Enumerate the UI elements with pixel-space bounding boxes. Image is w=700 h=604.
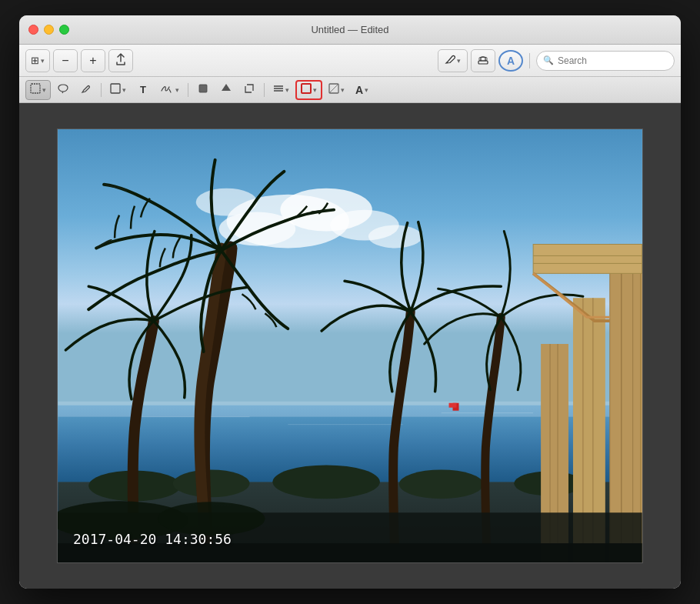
lasso-tool-button[interactable] xyxy=(52,80,74,100)
svg-point-15 xyxy=(219,212,296,246)
ann-sep-2 xyxy=(188,83,188,97)
main-window: Untitled — Edited ⊞ ▾ − + xyxy=(19,15,681,589)
shape-chevron-icon: ▾ xyxy=(122,86,126,94)
shape-tool-button[interactable]: ▾ xyxy=(105,80,131,100)
sig-chevron-icon: ▾ xyxy=(175,86,179,94)
stamp-icon xyxy=(477,53,489,68)
signature-icon xyxy=(160,83,174,96)
fill-rect-icon xyxy=(198,83,208,96)
stamp-button[interactable] xyxy=(471,49,495,72)
svg-point-27 xyxy=(272,465,380,499)
svg-point-28 xyxy=(399,469,484,499)
zoom-out-icon: − xyxy=(62,54,68,68)
share-icon xyxy=(115,53,126,68)
align-icon xyxy=(273,83,284,96)
svg-line-11 xyxy=(329,84,338,93)
fill-rect-button[interactable] xyxy=(192,80,214,100)
svg-marker-5 xyxy=(222,84,231,91)
text-icon: T xyxy=(140,84,146,95)
view-chevron-icon: ▾ xyxy=(41,57,45,65)
minimize-button[interactable] xyxy=(44,25,54,35)
svg-rect-0 xyxy=(478,61,488,64)
crop-button[interactable] xyxy=(238,80,260,100)
sketch-tool-button[interactable] xyxy=(75,80,97,100)
pixelate-icon xyxy=(221,83,232,96)
align-button[interactable]: ▾ xyxy=(268,80,294,100)
fill-style-button[interactable]: ▾ xyxy=(324,80,349,100)
image-container: 2017-04-20 14:30:56 xyxy=(57,128,643,563)
ann-sep-3 xyxy=(264,83,265,97)
zoom-in-button[interactable]: + xyxy=(81,49,105,72)
svg-rect-9 xyxy=(302,84,311,93)
view-button[interactable]: ⊞ ▾ xyxy=(25,49,50,72)
svg-rect-43 xyxy=(533,244,642,273)
svg-point-17 xyxy=(368,225,422,249)
text-tool-button[interactable]: T xyxy=(132,80,154,100)
window-title: Untitled — Edited xyxy=(311,24,388,35)
font-button[interactable]: A ▾ xyxy=(351,80,373,100)
search-box[interactable]: 🔍 xyxy=(536,51,675,71)
fill-style-icon xyxy=(328,83,339,96)
selection-tool-button[interactable]: ▾ xyxy=(25,80,51,100)
annotation-toolbar: ▾ ▾ xyxy=(19,77,681,103)
ann-sep-1 xyxy=(101,83,102,97)
search-icon: 🔍 xyxy=(543,55,554,65)
content-area: 2017-04-20 14:30:56 xyxy=(19,103,681,589)
svg-rect-4 xyxy=(199,85,207,92)
fill-chevron-icon: ▾ xyxy=(341,86,345,94)
font-icon: A xyxy=(355,84,363,96)
pen-tool-button[interactable]: ▾ xyxy=(438,49,468,72)
view-icon: ⊞ xyxy=(31,55,39,66)
traffic-lights xyxy=(28,25,69,35)
search-input[interactable] xyxy=(558,55,668,66)
selection-chevron-icon: ▾ xyxy=(42,86,46,94)
svg-rect-2 xyxy=(31,84,40,93)
share-button[interactable] xyxy=(108,49,133,72)
svg-rect-3 xyxy=(111,84,120,93)
pen-icon xyxy=(445,54,455,67)
font-chevron-icon: ▾ xyxy=(365,86,368,94)
toolbar-separator xyxy=(529,53,530,68)
border-color-button[interactable]: ▾ xyxy=(295,80,322,100)
close-button[interactable] xyxy=(28,25,38,35)
photo-svg xyxy=(58,129,642,562)
lasso-icon xyxy=(58,83,68,96)
pixelate-button[interactable] xyxy=(215,80,237,100)
sketch-icon xyxy=(81,83,92,96)
svg-point-26 xyxy=(173,469,250,497)
titlebar: Untitled — Edited xyxy=(19,15,681,45)
signature-tool-button[interactable]: ▾ xyxy=(155,80,184,100)
sign-icon: A xyxy=(507,55,515,67)
crop-icon xyxy=(244,83,255,96)
photo-scene: 2017-04-20 14:30:56 xyxy=(58,129,642,562)
timestamp-overlay: 2017-04-20 14:30:56 xyxy=(73,531,232,547)
selection-icon xyxy=(30,83,41,96)
pen-chevron-icon: ▾ xyxy=(457,57,461,65)
align-chevron-icon: ▾ xyxy=(285,86,289,94)
border-color-icon xyxy=(301,83,312,96)
zoom-in-icon: + xyxy=(89,54,96,68)
svg-rect-31 xyxy=(449,403,457,408)
border-chevron-icon: ▾ xyxy=(313,86,317,94)
maximize-button[interactable] xyxy=(59,25,69,35)
main-toolbar: ⊞ ▾ − + ▾ xyxy=(19,45,681,77)
zoom-out-button[interactable]: − xyxy=(53,49,78,72)
shape-icon xyxy=(110,83,121,96)
sign-button[interactable]: A xyxy=(498,50,523,72)
